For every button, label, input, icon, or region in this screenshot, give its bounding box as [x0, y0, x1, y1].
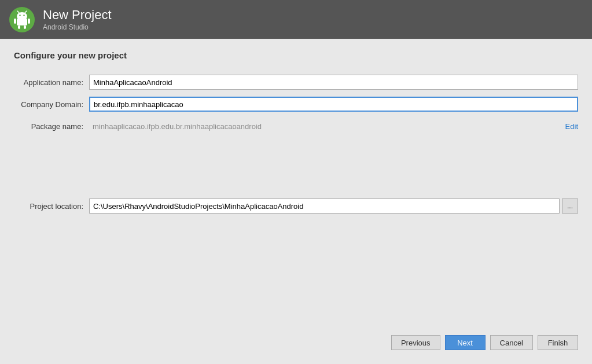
edit-link[interactable]: Edit — [565, 122, 578, 131]
browse-button[interactable]: ... — [562, 198, 578, 214]
project-location-row: Project location: ... — [14, 198, 578, 214]
svg-point-2 — [19, 14, 20, 16]
previous-button[interactable]: Previous — [391, 335, 440, 350]
svg-rect-8 — [28, 19, 30, 24]
finish-button[interactable]: Finish — [538, 335, 578, 350]
header-subtitle: Android Studio — [43, 23, 112, 31]
company-domain-input[interactable] — [89, 97, 578, 112]
svg-point-3 — [23, 14, 24, 16]
package-name-value: minhaaplicacao.ifpb.edu.br.minhaaplicaca… — [89, 122, 561, 131]
package-name-row: Package name: minhaaplicacao.ifpb.edu.br… — [14, 118, 578, 134]
android-logo-icon — [9, 7, 35, 32]
cancel-button[interactable]: Cancel — [490, 335, 533, 350]
application-name-row: Application name: — [14, 74, 578, 90]
header: New Project Android Studio — [0, 0, 592, 39]
form-area: Application name: Company Domain: Packag… — [14, 74, 578, 329]
package-name-label: Package name: — [14, 122, 89, 131]
svg-rect-9 — [18, 25, 20, 29]
main-content: Configure your new project Application n… — [0, 39, 592, 364]
svg-rect-6 — [17, 19, 27, 25]
application-name-input[interactable] — [89, 75, 578, 90]
company-domain-row: Company Domain: — [14, 96, 578, 112]
application-name-label: Application name: — [14, 78, 89, 87]
header-title: New Project — [43, 8, 112, 23]
location-input-wrap: ... — [89, 198, 578, 214]
section-title: Configure your new project — [14, 50, 578, 60]
footer: Previous Next Cancel Finish — [14, 329, 578, 352]
svg-rect-10 — [24, 25, 26, 29]
header-text: New Project Android Studio — [43, 8, 112, 31]
svg-rect-7 — [14, 19, 16, 24]
project-location-input[interactable] — [89, 198, 560, 214]
company-domain-label: Company Domain: — [14, 100, 89, 109]
next-button[interactable]: Next — [445, 335, 486, 350]
project-location-label: Project location: — [14, 202, 89, 211]
